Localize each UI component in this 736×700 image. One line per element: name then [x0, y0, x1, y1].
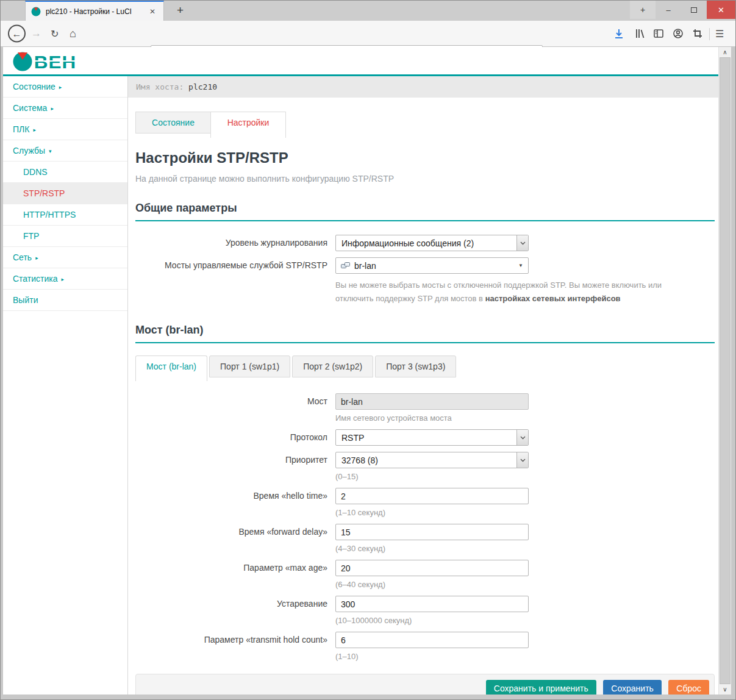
maximize-icon	[691, 7, 697, 13]
downloads-icon[interactable]	[613, 28, 624, 39]
field-label: Устаревание	[135, 596, 335, 626]
menu-icon[interactable]: ☰	[715, 28, 724, 40]
tab-port-3[interactable]: Порт 3 (sw1p3)	[375, 355, 456, 377]
select-value: Информационные сообщения (2)	[336, 238, 516, 248]
field-hint: Имя сетевого устройства моста	[335, 413, 529, 423]
main-area: Имя хоста: plc210 Состояние Настройки На…	[128, 76, 731, 695]
triangle-right-icon: ▸	[51, 105, 54, 112]
form-row: Приоритет 32768 (8) (0–15)	[135, 452, 715, 482]
owen-favicon-icon	[31, 7, 41, 16]
vertical-scrollbar[interactable]: ∧ ∨	[718, 47, 731, 695]
field-label: Время «forward delay»	[135, 524, 335, 554]
sidebar-item-plc[interactable]: ПЛК▸	[3, 119, 127, 140]
sidebar-item-services[interactable]: Службы▾	[3, 140, 127, 162]
owen-logo: ВЕН	[12, 51, 95, 71]
bridge-name-input	[335, 393, 529, 410]
account-icon[interactable]	[673, 28, 684, 39]
form-row: Время «forward delay» (4–30 секунд)	[135, 524, 715, 554]
ageing-input[interactable]	[335, 596, 529, 612]
field-hint: (1–10)	[335, 652, 529, 662]
bridge-icon	[341, 262, 350, 270]
dropdown-arrow-icon: ▼	[518, 263, 523, 268]
sidebar-item-stp-rstp[interactable]: STP/RSTP	[3, 183, 127, 204]
scroll-down-icon[interactable]: ∨	[719, 684, 731, 695]
toolbar-separator	[709, 28, 710, 40]
field-hint: (0–15)	[335, 472, 529, 482]
scroll-up-icon[interactable]: ∧	[719, 47, 731, 57]
screenshot-icon[interactable]	[692, 28, 703, 39]
hostname-value: plc210	[188, 82, 217, 91]
titlebar: plc210 - Настройки - LuCI ✕ + + – ✕	[1, 1, 735, 21]
browser-window: plc210 - Настройки - LuCI ✕ + + – ✕ ← → …	[0, 0, 736, 700]
sidebar-item-ftp[interactable]: FTP	[3, 226, 127, 247]
tab-status[interactable]: Состояние	[135, 112, 211, 134]
sidebar-item-network[interactable]: Сеть▸	[3, 247, 127, 268]
sidebar: Состояние▸ Система▸ ПЛК▸ Службы▾ DDNS ST…	[3, 76, 128, 695]
field-label: Приоритет	[135, 452, 335, 482]
save-apply-button[interactable]: Сохранить и применить	[486, 680, 596, 695]
home-button[interactable]: ⌂	[70, 27, 76, 40]
hello-time-input[interactable]	[335, 488, 529, 504]
triangle-down-icon: ▾	[49, 148, 52, 154]
select-value: RSTP	[336, 433, 516, 443]
field-label: Протокол	[135, 429, 335, 446]
chevron-down-icon	[516, 452, 528, 468]
dropdown-value: br-lan	[354, 261, 518, 271]
form-row: Параметр «max age» (6–40 секунд)	[135, 560, 715, 590]
page-subtitle: На данной странице можно выполнить конфи…	[135, 174, 715, 184]
field-hint: (1–10 секунд)	[335, 508, 529, 518]
field-help: Вы не можете выбрать мосты с отключенной…	[335, 279, 684, 305]
sidebar-item-statistics[interactable]: Статистика▸	[3, 268, 127, 290]
new-tab-button[interactable]: +	[172, 2, 188, 18]
form-row: Протокол RSTP	[135, 429, 715, 446]
browser-tab[interactable]: plc210 - Настройки - LuCI ✕	[25, 1, 164, 21]
form-row: Уровень журналирования Информационные со…	[135, 235, 715, 251]
max-age-input[interactable]	[335, 560, 529, 576]
bridge-tabs: Мост (br-lan) Порт 1 (sw1p1) Порт 2 (sw1…	[135, 355, 715, 377]
form-row: Время «hello time» (1–10 секунд)	[135, 488, 715, 518]
sidebar-item-system[interactable]: Система▸	[3, 98, 127, 119]
field-label: Мосты управляемые службой STP/RSTP	[135, 257, 335, 305]
reload-button[interactable]: ↻	[51, 28, 59, 40]
field-label: Время «hello time»	[135, 488, 335, 518]
sidebar-item-logout[interactable]: Выйти	[3, 290, 127, 311]
tab-close-icon[interactable]: ✕	[147, 6, 158, 17]
sidebar-item-http-https[interactable]: HTTP/HTTPS	[3, 204, 127, 226]
back-button[interactable]: ←	[8, 25, 26, 43]
form-row: Мост Имя сетевого устройства моста	[135, 393, 715, 423]
triangle-right-icon: ▸	[33, 127, 36, 133]
field-label: Параметр «max age»	[135, 560, 335, 590]
library-icon[interactable]	[634, 28, 645, 39]
field-label: Уровень журналирования	[135, 235, 335, 251]
field-hint: (10–1000000 секунд)	[335, 616, 529, 626]
transmit-hold-count-input[interactable]	[335, 632, 529, 648]
sidebar-toggle-icon[interactable]	[653, 28, 664, 39]
forward-delay-input[interactable]	[335, 524, 529, 540]
forward-button[interactable]: →	[31, 27, 41, 40]
maximize-button[interactable]	[681, 1, 707, 19]
field-hint: (4–30 секунд)	[335, 544, 529, 554]
field-label: Мост	[135, 393, 335, 423]
form-row: Параметр «transmit hold count» (1–10)	[135, 632, 715, 662]
form-row: Мосты управляемые службой STP/RSTP br-la…	[135, 257, 715, 305]
sidebar-item-status[interactable]: Состояние▸	[3, 76, 127, 98]
close-button[interactable]: ✕	[707, 1, 735, 19]
browser-toolbar: ← → ↻ ⌂ i 172.16.0.1/cgi-bin/luci/admin/…	[1, 21, 735, 47]
triangle-right-icon: ▸	[59, 84, 62, 90]
reset-button[interactable]: Сброс	[668, 680, 709, 695]
protocol-select[interactable]: RSTP	[335, 429, 529, 446]
bridges-dropdown[interactable]: br-lan ▼	[335, 257, 529, 274]
log-level-select[interactable]: Информационные сообщения (2)	[335, 235, 529, 251]
sidebar-item-ddns[interactable]: DDNS	[3, 162, 127, 183]
scrollbar-thumb[interactable]	[720, 57, 731, 684]
minimize-button[interactable]: –	[656, 1, 681, 19]
field-hint: (6–40 секунд)	[335, 580, 529, 590]
page: ВЕН Состояние▸ Система▸ ПЛК▸ Службы▾ DDN…	[3, 47, 731, 695]
save-button[interactable]: Сохранить	[603, 680, 662, 695]
tab-port-1[interactable]: Порт 1 (sw1p1)	[209, 355, 290, 377]
priority-select[interactable]: 32768 (8)	[335, 452, 529, 468]
tab-settings[interactable]: Настройки	[210, 112, 286, 138]
pin-icon[interactable]: +	[630, 1, 656, 19]
tab-port-2[interactable]: Порт 2 (sw1p2)	[292, 355, 373, 377]
tab-bridge-br-lan[interactable]: Мост (br-lan)	[135, 355, 207, 381]
